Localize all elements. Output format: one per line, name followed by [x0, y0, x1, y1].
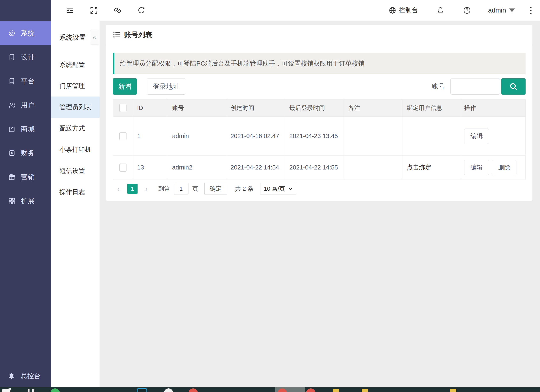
- gear-icon: [8, 29, 16, 37]
- total-count-label: 共 2 条: [235, 185, 253, 193]
- console-label: 控制台: [399, 6, 418, 15]
- sidebar-item-extension[interactable]: 扩展: [0, 189, 51, 213]
- current-page-button[interactable]: 1: [127, 184, 138, 194]
- page-size-select[interactable]: 10 条/页: [260, 183, 296, 195]
- chevron-down-icon: [509, 9, 515, 12]
- submenu-item-delivery-method[interactable]: 配送方式: [51, 118, 100, 139]
- add-button[interactable]: 新增: [113, 78, 137, 95]
- topbar: 控制台 admin: [51, 0, 540, 21]
- finance-yen-icon: [8, 149, 16, 157]
- cell-bind-user: [402, 117, 461, 156]
- list-icon: [113, 31, 121, 38]
- taskbar-app-icon[interactable]: [189, 388, 198, 392]
- user-menu[interactable]: admin: [488, 7, 515, 14]
- table-row: 1 admin 2021-04-16 02:47 2021-04-23 13:4…: [113, 117, 525, 156]
- link-icon[interactable]: [110, 3, 125, 18]
- sidebar-item-marketing[interactable]: 营销: [0, 165, 51, 189]
- cell-account: admin: [168, 117, 226, 156]
- table-header-row: ID 账号 创建时间 最后登录时间 备注 绑定用户信息 操作: [113, 99, 525, 117]
- bind-user-link[interactable]: 点击绑定: [407, 163, 431, 172]
- cell-id: 13: [133, 156, 168, 179]
- header-remark: 备注: [344, 99, 402, 117]
- submenu-header: 系统设置 «: [51, 30, 100, 45]
- cell-last-login: 2021-04-22 14:55: [285, 156, 344, 179]
- cell-remark: [344, 156, 402, 179]
- search-input[interactable]: [450, 78, 500, 95]
- submenu-list: 系统配置 门店管理 管理员列表 配送方式 小票打印机 短信设置 操作日志: [51, 54, 100, 203]
- submenu-item-system-config[interactable]: 系统配置: [51, 54, 100, 75]
- cell-bind-user: 点击绑定: [402, 156, 461, 179]
- collapse-menu-icon[interactable]: [63, 3, 77, 18]
- submenu-collapse-button[interactable]: «: [90, 30, 99, 44]
- search-button[interactable]: [501, 78, 525, 95]
- header-created-time: 创建时间: [226, 99, 285, 117]
- taskbar-app-icon[interactable]: [362, 389, 368, 392]
- row-checkbox[interactable]: [119, 132, 126, 140]
- shop-bag-icon: [8, 125, 16, 133]
- cell-actions: 编辑: [461, 117, 525, 156]
- card-header: 账号列表: [106, 25, 532, 45]
- device-icon: [8, 77, 16, 85]
- header-account: 账号: [168, 99, 226, 117]
- taskbar-app-icon[interactable]: [28, 389, 30, 392]
- select-all-checkbox[interactable]: [119, 104, 126, 112]
- taskbar-app-icon[interactable]: [164, 388, 173, 392]
- submenu-item-receipt-printer[interactable]: 小票打印机: [51, 139, 100, 160]
- login-address-button[interactable]: 登录地址: [147, 78, 185, 95]
- question-circle-icon: [463, 6, 471, 15]
- tablet-icon: [8, 53, 16, 61]
- bell-icon: [436, 6, 445, 15]
- goto-page-input[interactable]: [174, 183, 189, 195]
- submenu-item-operation-log[interactable]: 操作日志: [51, 181, 100, 203]
- edit-button[interactable]: 编辑: [464, 160, 489, 175]
- taskbar-app-icon[interactable]: [450, 389, 456, 392]
- taskbar-app-icon[interactable]: [1, 388, 11, 392]
- admin-panel-screen: 控制台 admin 系统 设计: [0, 0, 540, 392]
- submenu-item-sms-settings[interactable]: 短信设置: [51, 160, 100, 181]
- row-checkbox[interactable]: [119, 164, 126, 172]
- more-options-button[interactable]: [530, 6, 531, 15]
- sidebar-item-design[interactable]: 设计: [0, 45, 51, 69]
- sidebar-item-users[interactable]: 用户: [0, 93, 51, 117]
- sidebar-item-platform[interactable]: 平台: [0, 69, 51, 93]
- sidebar-item-mall[interactable]: 商城: [0, 117, 51, 141]
- edit-button[interactable]: 编辑: [464, 128, 489, 144]
- cell-created-time: 2021-04-16 02:47: [226, 117, 285, 156]
- taskbar-app-icon[interactable]: [137, 388, 147, 392]
- account-list-card: 账号列表 给管理员分配权限，可登陆PC端后台及手机端管理助手，可设置核销权限用于…: [106, 25, 532, 201]
- taskbar-app-icon[interactable]: [32, 389, 34, 392]
- magnifier-icon: [509, 82, 518, 91]
- sidebar-item-finance[interactable]: 财务: [0, 141, 51, 165]
- delete-button[interactable]: 删除: [492, 160, 516, 175]
- taskbar-app-icon[interactable]: [333, 389, 339, 392]
- sidebar-item-system[interactable]: 系统: [0, 21, 51, 45]
- refresh-icon[interactable]: [134, 3, 149, 18]
- os-taskbar: [0, 387, 540, 392]
- sidebar-nav: 系统 设计 平台 用户 商城 财务: [0, 0, 51, 213]
- search-label: 账号: [432, 82, 445, 91]
- header-last-login: 最后登录时间: [285, 99, 344, 117]
- submenu-item-store-management[interactable]: 门店管理: [51, 75, 100, 97]
- next-page-button[interactable]: ›: [143, 185, 150, 193]
- username: admin: [488, 7, 506, 14]
- accounts-table: ID 账号 创建时间 最后登录时间 备注 绑定用户信息 操作 1 admin 2…: [113, 99, 525, 179]
- sidebar-item-master-console[interactable]: 总控台: [0, 367, 51, 385]
- help-button[interactable]: [463, 6, 471, 15]
- header-bind-user: 绑定用户信息: [402, 99, 461, 117]
- submenu-panel: 系统设置 « 系统配置 门店管理 管理员列表 配送方式 小票打印机 短信设置 操…: [51, 21, 100, 387]
- goto-prefix-label: 到第: [158, 185, 170, 193]
- info-banner: 给管理员分配权限，可登陆PC端后台及手机端管理助手，可设置核销权限用于订单核销: [113, 53, 525, 74]
- taskbar-app-icon[interactable]: [306, 388, 315, 392]
- notifications-button[interactable]: [436, 6, 445, 15]
- console-button[interactable]: 控制台: [388, 6, 418, 15]
- cell-account: admin2: [168, 156, 226, 179]
- goto-confirm-button[interactable]: 确定: [205, 183, 227, 195]
- fullscreen-icon[interactable]: [86, 3, 101, 18]
- main-content: 账号列表 给管理员分配权限，可登陆PC端后台及手机端管理助手，可设置核销权限用于…: [100, 21, 540, 387]
- submenu-item-admin-list[interactable]: 管理员列表: [51, 97, 100, 118]
- cell-actions: 编辑 删除: [461, 156, 525, 179]
- taskbar-app-icon[interactable]: [50, 388, 60, 392]
- asterisk-gear-icon: [8, 372, 15, 380]
- toolbar: 新增 登录地址 账号: [113, 78, 525, 95]
- prev-page-button[interactable]: ‹: [115, 185, 122, 193]
